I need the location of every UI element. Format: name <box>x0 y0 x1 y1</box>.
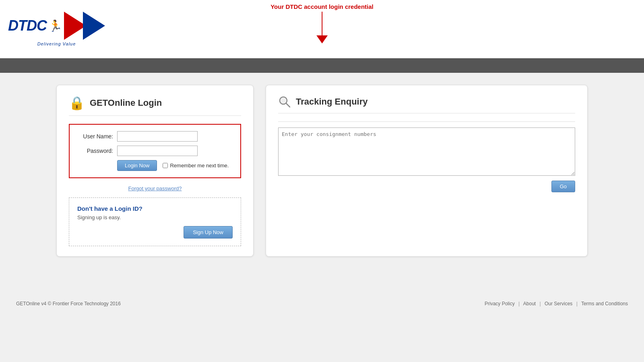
navbar <box>0 58 644 73</box>
username-label: User Name: <box>77 133 117 140</box>
logo-arrow <box>64 12 105 40</box>
header-annotation: Your DTDC account login credential <box>270 3 374 43</box>
tracking-form: Go <box>278 128 575 192</box>
forgot-password-link[interactable]: Forgot your password? <box>69 185 241 192</box>
footer: GETOnline v4 © Frontier Force Technology… <box>0 293 644 315</box>
login-panel-title: 🔒 GETOnline Login <box>69 95 241 116</box>
signup-title: Don't have a Login ID? <box>77 205 233 212</box>
footer-privacy-link[interactable]: Privacy Policy <box>485 301 515 306</box>
remember-checkbox[interactable] <box>163 163 168 168</box>
header: DTDC 🏃 Delivering Value Your DTDC accoun… <box>0 0 644 58</box>
username-input[interactable] <box>117 131 198 142</box>
remember-label[interactable]: Remember me next time. <box>163 162 229 169</box>
forgot-password-anchor[interactable]: Forgot your password? <box>128 185 182 191</box>
footer-services-link[interactable]: Our Services <box>545 301 572 306</box>
tracking-title-text: Tracking Enquiry <box>296 97 368 107</box>
logo-box: DTDC 🏃 <box>8 12 105 40</box>
footer-sep-2: | <box>540 301 541 306</box>
footer-sep-3: | <box>576 301 578 306</box>
consignment-textarea[interactable] <box>278 128 575 176</box>
svg-line-1 <box>286 103 290 107</box>
signup-now-button[interactable]: Sign Up Now <box>184 226 233 239</box>
go-button[interactable]: Go <box>551 181 575 192</box>
password-label: Password: <box>77 148 117 154</box>
login-now-button[interactable]: Login Now <box>117 160 157 171</box>
tracking-panel-title: Tracking Enquiry <box>278 95 575 113</box>
login-title-text: GETOnline Login <box>90 98 162 108</box>
login-form-box: User Name: Password: Login Now Remember … <box>69 124 241 178</box>
arrow-head <box>316 35 328 43</box>
logo-area: DTDC 🏃 Delivering Value <box>8 12 105 46</box>
signup-box: Don't have a Login ID? Signing up is eas… <box>69 197 241 246</box>
password-row: Password: <box>77 146 233 156</box>
tracking-go-row: Go <box>278 181 575 192</box>
username-row: User Name: <box>77 131 233 142</box>
tracking-divider <box>278 121 575 122</box>
signup-btn-row: Sign Up Now <box>77 226 233 239</box>
logo-text: DTDC <box>8 17 47 34</box>
main-content: 🔒 GETOnline Login User Name: Password: L… <box>40 73 604 269</box>
blue-arrow-shape <box>83 12 105 40</box>
password-input[interactable] <box>117 146 198 156</box>
tracking-panel: Tracking Enquiry Go <box>266 85 588 257</box>
svg-point-2 <box>281 98 286 103</box>
signup-subtitle: Signing up is easy. <box>77 214 233 220</box>
footer-sep-1: | <box>518 301 520 306</box>
logo-tagline: Delivering Value <box>37 41 76 46</box>
remember-text: Remember me next time. <box>170 162 229 169</box>
lock-icon: 🔒 <box>69 95 85 111</box>
footer-links: Privacy Policy | About | Our Services | … <box>485 301 628 306</box>
login-panel: 🔒 GETOnline Login User Name: Password: L… <box>56 85 254 257</box>
search-icon <box>278 95 291 108</box>
runner-icon: 🏃 <box>48 19 62 33</box>
annotation-text: Your DTDC account login credential <box>270 3 374 10</box>
footer-about-link[interactable]: About <box>523 301 536 306</box>
annotation-arrow <box>316 12 328 43</box>
form-actions: Login Now Remember me next time. <box>77 160 233 171</box>
footer-copyright: GETOnline v4 © Frontier Force Technology… <box>16 301 121 306</box>
arrow-line <box>322 12 322 36</box>
footer-terms-link[interactable]: Terms and Conditions <box>581 301 628 306</box>
